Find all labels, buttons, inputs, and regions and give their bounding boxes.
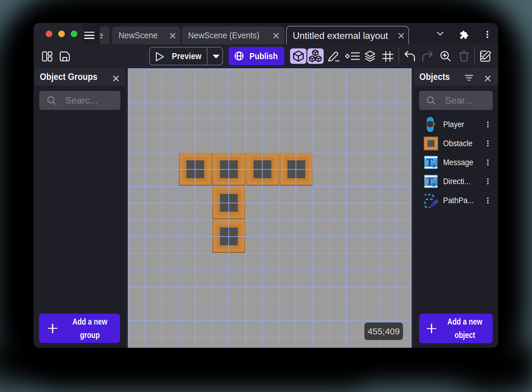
svg-text:x: x (432, 162, 435, 169)
svg-text:x: x (432, 181, 435, 188)
